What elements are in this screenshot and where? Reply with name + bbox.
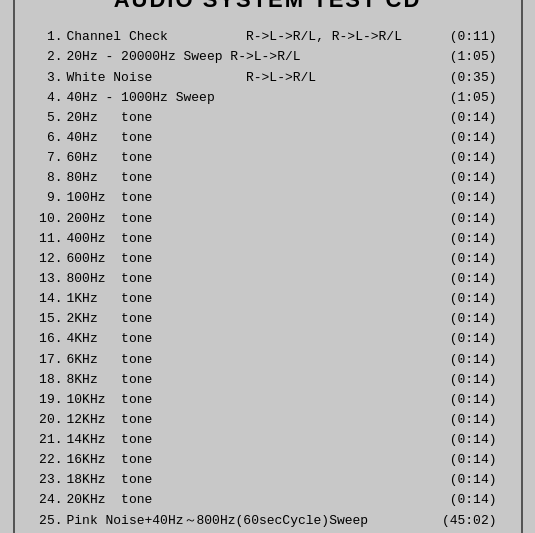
track-name: 800Hz tone: [67, 269, 441, 289]
track-number: 8.: [39, 168, 67, 188]
track-row: 5.20Hz tone(0:14): [39, 108, 497, 128]
track-name: 600Hz tone: [67, 249, 441, 269]
track-number: 23.: [39, 470, 67, 490]
track-row: 11.400Hz tone(0:14): [39, 229, 497, 249]
track-duration: (0:14): [441, 410, 497, 430]
track-number: 11.: [39, 229, 67, 249]
track-number: 2.: [39, 47, 67, 67]
track-number: 22.: [39, 450, 67, 470]
track-duration: (45:02): [441, 511, 497, 531]
track-duration: (0:14): [441, 309, 497, 329]
track-row: 12.600Hz tone(0:14): [39, 249, 497, 269]
track-name: 18KHz tone: [67, 470, 441, 490]
track-duration: (0:14): [441, 370, 497, 390]
track-number: 6.: [39, 128, 67, 148]
track-name: Channel Check R->L->R/L, R->L->R/L: [67, 27, 441, 47]
track-name: Pink Noise+40Hz～800Hz(60secCycle)Sweep: [67, 511, 441, 531]
track-row: 22.16KHz tone(0:14): [39, 450, 497, 470]
track-name: 12KHz tone: [67, 410, 441, 430]
track-number: 5.: [39, 108, 67, 128]
track-name: 40Hz tone: [67, 128, 441, 148]
track-row: 15.2KHz tone(0:14): [39, 309, 497, 329]
track-row: 10.200Hz tone(0:14): [39, 209, 497, 229]
track-number: 13.: [39, 269, 67, 289]
track-name: 60Hz tone: [67, 148, 441, 168]
track-duration: (0:14): [441, 350, 497, 370]
track-name: 20Hz tone: [67, 108, 441, 128]
track-duration: (0:14): [441, 289, 497, 309]
track-row: 3.White Noise R->L->R/L(0:35): [39, 68, 497, 88]
track-name: 40Hz - 1000Hz Sweep: [67, 88, 441, 108]
track-duration: (0:35): [441, 68, 497, 88]
track-name: 400Hz tone: [67, 229, 441, 249]
page-title: AUDIO SYSTEM TEST CD: [39, 0, 497, 13]
track-row: 24.20KHz tone(0:14): [39, 490, 497, 510]
main-panel: AUDIO SYSTEM TEST CD 1.Channel Check R->…: [13, 0, 523, 533]
track-row: 4.40Hz - 1000Hz Sweep(1:05): [39, 88, 497, 108]
track-name: 80Hz tone: [67, 168, 441, 188]
track-duration: (0:11): [441, 27, 497, 47]
track-row: 2.20Hz - 20000Hz Sweep R->L->R/L(1:05): [39, 47, 497, 67]
track-number: 24.: [39, 490, 67, 510]
track-name: 8KHz tone: [67, 370, 441, 390]
track-row: 14.1KHz tone(0:14): [39, 289, 497, 309]
track-row: 25.Pink Noise+40Hz～800Hz(60secCycle)Swee…: [39, 511, 497, 531]
track-number: 1.: [39, 27, 67, 47]
track-number: 18.: [39, 370, 67, 390]
track-duration: (0:14): [441, 450, 497, 470]
track-duration: (0:14): [441, 108, 497, 128]
track-duration: (0:14): [441, 148, 497, 168]
track-number: 3.: [39, 68, 67, 88]
track-row: 18.8KHz tone(0:14): [39, 370, 497, 390]
track-row: 16.4KHz tone(0:14): [39, 329, 497, 349]
track-row: 21.14KHz tone(0:14): [39, 430, 497, 450]
track-duration: (0:14): [441, 188, 497, 208]
track-name: 200Hz tone: [67, 209, 441, 229]
track-name: 1KHz tone: [67, 289, 441, 309]
track-name: 2KHz tone: [67, 309, 441, 329]
track-number: 20.: [39, 410, 67, 430]
track-name: 14KHz tone: [67, 430, 441, 450]
track-duration: (1:05): [441, 47, 497, 67]
track-duration: (0:14): [441, 229, 497, 249]
track-list: 1.Channel Check R->L->R/L, R->L->R/L(0:1…: [39, 27, 497, 531]
track-number: 19.: [39, 390, 67, 410]
track-name: 20Hz - 20000Hz Sweep R->L->R/L: [67, 47, 441, 67]
track-number: 21.: [39, 430, 67, 450]
track-row: 23.18KHz tone(0:14): [39, 470, 497, 490]
track-number: 4.: [39, 88, 67, 108]
track-row: 7.60Hz tone(0:14): [39, 148, 497, 168]
track-number: 7.: [39, 148, 67, 168]
track-duration: (0:14): [441, 470, 497, 490]
track-name: 6KHz tone: [67, 350, 441, 370]
track-number: 17.: [39, 350, 67, 370]
track-number: 25.: [39, 511, 67, 531]
track-duration: (0:14): [441, 128, 497, 148]
track-duration: (0:14): [441, 168, 497, 188]
track-row: 20.12KHz tone(0:14): [39, 410, 497, 430]
track-number: 9.: [39, 188, 67, 208]
track-duration: (0:14): [441, 249, 497, 269]
track-row: 6.40Hz tone(0:14): [39, 128, 497, 148]
track-name: 4KHz tone: [67, 329, 441, 349]
track-name: 100Hz tone: [67, 188, 441, 208]
track-duration: (1:05): [441, 88, 497, 108]
track-duration: (0:14): [441, 209, 497, 229]
track-name: 16KHz tone: [67, 450, 441, 470]
track-number: 15.: [39, 309, 67, 329]
track-duration: (0:14): [441, 269, 497, 289]
track-number: 14.: [39, 289, 67, 309]
track-number: 12.: [39, 249, 67, 269]
track-row: 8.80Hz tone(0:14): [39, 168, 497, 188]
track-number: 16.: [39, 329, 67, 349]
track-name: 10KHz tone: [67, 390, 441, 410]
track-row: 13.800Hz tone(0:14): [39, 269, 497, 289]
track-row: 9.100Hz tone(0:14): [39, 188, 497, 208]
track-duration: (0:14): [441, 329, 497, 349]
track-duration: (0:14): [441, 490, 497, 510]
track-number: 10.: [39, 209, 67, 229]
track-row: 17.6KHz tone(0:14): [39, 350, 497, 370]
track-duration: (0:14): [441, 390, 497, 410]
track-row: 1.Channel Check R->L->R/L, R->L->R/L(0:1…: [39, 27, 497, 47]
track-name: White Noise R->L->R/L: [67, 68, 441, 88]
